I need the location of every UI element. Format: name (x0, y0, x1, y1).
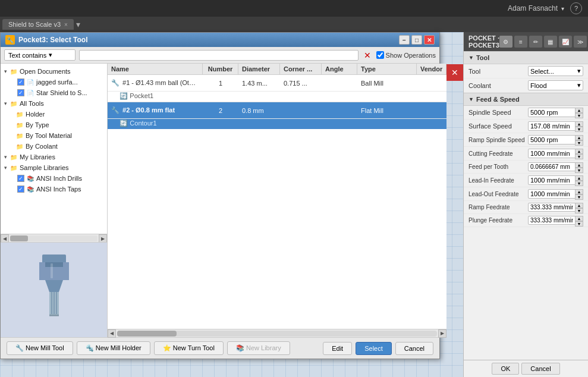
coolant-select[interactable]: Flood ▾ (528, 80, 583, 90)
tool-2-name: 🔧 #2 - Ø0.8 mm flat (108, 105, 203, 115)
edit-button[interactable]: Edit (323, 342, 352, 355)
window-close-button[interactable]: ✕ (446, 64, 463, 81)
tree-horizontal-scrollbar[interactable]: ◀ ▶ (1, 234, 107, 242)
feed-per-tooth-row: Feed per Tooth ▲ ▼ (464, 161, 588, 174)
cancel-button[interactable]: Cancel (521, 363, 559, 375)
tool-row-2-main[interactable]: 🔧 #2 - Ø0.8 mm flat 2 0.8 mm Flat Mill (108, 102, 446, 119)
col-header-diameter[interactable]: Diameter (238, 64, 280, 74)
feed-per-tooth-spinner[interactable]: ▲ ▼ (575, 162, 583, 171)
col-header-angle[interactable]: Angle (322, 64, 357, 74)
panel-edit-icon[interactable]: ✏ (529, 36, 542, 48)
cutting-feedrate-up[interactable]: ▲ (575, 149, 583, 154)
ansi-drills-checkbox[interactable]: ✓ (17, 175, 24, 182)
panel-tool-icon[interactable]: ⚙ (499, 36, 512, 48)
lead-in-feedrate-spinner[interactable]: ▲ ▼ (575, 175, 583, 185)
new-turn-tool-button[interactable]: ⭐ New Turn Tool (154, 341, 224, 355)
ramp-spindle-up[interactable]: ▲ (575, 135, 583, 140)
surface-speed-spinner[interactable]: ▲ ▼ (575, 121, 583, 131)
tree-my-libraries[interactable]: ▾ 📁 My Libraries (1, 152, 107, 162)
panel-table-icon[interactable]: ▦ (544, 36, 557, 48)
lead-out-down[interactable]: ▼ (575, 194, 583, 200)
tool-row-2[interactable]: 🔧 #2 - Ø0.8 mm flat 2 0.8 mm Flat Mill 🔄 (108, 102, 446, 129)
tab-shield-to-scale[interactable]: Shield to Scale v3 × (2, 19, 74, 30)
plunge-feedrate-up[interactable]: ▲ (575, 216, 583, 221)
list-scroll-right[interactable]: ▶ (438, 329, 446, 338)
ramp-feedrate-up[interactable]: ▲ (575, 203, 583, 208)
dialog-minimize-button[interactable]: − (399, 35, 410, 45)
cutting-feedrate-spinner[interactable]: ▲ ▼ (575, 149, 583, 158)
spindle-speed-down[interactable]: ▼ (575, 113, 583, 118)
tree-by-tool-material[interactable]: 📁 By Tool Material (1, 130, 107, 141)
cutting-feedrate-down[interactable]: ▼ (575, 154, 583, 159)
tree-jagged-surface[interactable]: ✓ 📄 jagged surfa... (1, 77, 107, 87)
tool-2-sub-label: Contour1 (130, 120, 156, 127)
tree-open-documents[interactable]: ▾ 📁 Open Documents (1, 66, 107, 77)
new-mill-holder-button[interactable]: 🔩 New Mill Holder (77, 341, 150, 355)
surface-speed-up[interactable]: ▲ (575, 121, 583, 127)
user-menu[interactable]: Adam Fasnacht ▾ (508, 4, 564, 12)
sample-libs-folder-icon: 📁 (9, 163, 18, 172)
tree-by-coolant[interactable]: 📁 By Coolant (1, 141, 107, 152)
feed-per-tooth-down[interactable]: ▼ (575, 168, 583, 173)
filter-clear-button[interactable]: ✕ (362, 50, 373, 61)
ramp-feedrate-down[interactable]: ▼ (575, 208, 583, 213)
surface-speed-label: Surface Speed (468, 122, 528, 130)
new-library-button[interactable]: 📚 New Library (227, 341, 290, 355)
ramp-feedrate-spinner[interactable]: ▲ ▼ (575, 203, 583, 212)
help-button[interactable]: ? (570, 2, 582, 14)
tool-1-corner: 0.715 ... (280, 78, 322, 88)
panel-expand-icon[interactable]: ≫ (574, 36, 587, 48)
tree-star-shield[interactable]: ✓ 📄 Star Shield to S... (1, 87, 107, 98)
tree-scroll-right[interactable]: ▶ (99, 234, 107, 243)
lead-out-up[interactable]: ▲ (575, 189, 583, 194)
ansi-taps-checkbox[interactable]: ✓ (17, 186, 24, 193)
tree-by-type[interactable]: 📁 By Type (1, 120, 107, 130)
lead-out-feedrate-spinner[interactable]: ▲ ▼ (575, 189, 583, 199)
jagged-checkbox[interactable]: ✓ (17, 78, 24, 86)
tool-tree: ▾ 📁 Open Documents ✓ 📄 jagged surfa... ✓… (1, 64, 108, 234)
spindle-speed-up[interactable]: ▲ (575, 108, 583, 113)
col-header-vendor[interactable]: Vendor (417, 64, 446, 74)
tree-ansi-drills[interactable]: ✓ 📚 ANSI Inch Drills (1, 173, 107, 184)
panel-doc-icon[interactable]: ≡ (514, 36, 527, 48)
holder-label: Holder (26, 111, 45, 118)
tool-row-1-main[interactable]: 🔧 #1 - Ø1.43 mm ball (Othe... 1 1.43 m..… (108, 75, 446, 92)
feed-per-tooth-up[interactable]: ▲ (575, 162, 583, 168)
tool-select[interactable]: Select... ▾ (528, 66, 583, 76)
tree-ansi-taps[interactable]: ✓ 📚 ANSI Inch Taps (1, 184, 107, 194)
col-header-type[interactable]: Type (357, 64, 417, 74)
dialog-close-button[interactable]: ✕ (424, 35, 435, 45)
ramp-spindle-down[interactable]: ▼ (575, 140, 583, 146)
tree-sample-libraries[interactable]: ▾ 📁 Sample Libraries (1, 162, 107, 173)
tree-all-tools[interactable]: ▾ 📁 All Tools (1, 98, 107, 109)
panel-chart-icon[interactable]: 📈 (559, 36, 572, 48)
col-header-number[interactable]: Number (203, 64, 238, 74)
dialog-cancel-button[interactable]: Cancel (395, 342, 433, 355)
dialog-maximize-button[interactable]: □ (411, 35, 422, 45)
lead-in-down[interactable]: ▼ (575, 181, 583, 186)
tool-row-1[interactable]: 🔧 #1 - Ø1.43 mm ball (Othe... 1 1.43 m..… (108, 75, 446, 102)
tool-list-h-scrollbar[interactable]: ◀ ▶ (108, 329, 446, 337)
filter-input[interactable] (79, 50, 359, 61)
filter-type-select[interactable]: Text contains ▾ (4, 49, 76, 61)
spindle-speed-spinner[interactable]: ▲ ▼ (575, 108, 583, 117)
tab-expand-icon[interactable]: ▾ (76, 20, 80, 29)
show-operations-checkbox[interactable] (376, 51, 384, 59)
col-header-corner[interactable]: Corner ... (280, 64, 322, 74)
jagged-label: jagged surfa... (36, 78, 78, 86)
list-scroll-left[interactable]: ◀ (108, 329, 116, 338)
star-checkbox[interactable]: ✓ (17, 89, 24, 96)
tab-close-icon[interactable]: × (64, 21, 68, 28)
plunge-feedrate-down[interactable]: ▼ (575, 221, 583, 227)
tree-holder[interactable]: 📁 Holder (1, 109, 107, 120)
plunge-feedrate-spinner[interactable]: ▲ ▼ (575, 216, 583, 225)
surface-speed-down[interactable]: ▼ (575, 127, 583, 132)
ok-button[interactable]: OK (492, 363, 519, 375)
col-header-name[interactable]: Name (108, 64, 203, 74)
tree-scroll-left[interactable]: ◀ (1, 234, 9, 243)
tool-1-name: 🔧 #1 - Ø1.43 mm ball (Othe... (108, 78, 203, 88)
lead-in-up[interactable]: ▲ (575, 175, 583, 181)
select-button[interactable]: Select (356, 342, 392, 355)
new-mill-tool-button[interactable]: 🔧 New Mill Tool (7, 341, 73, 355)
ramp-spindle-spinner[interactable]: ▲ ▼ (575, 135, 583, 144)
